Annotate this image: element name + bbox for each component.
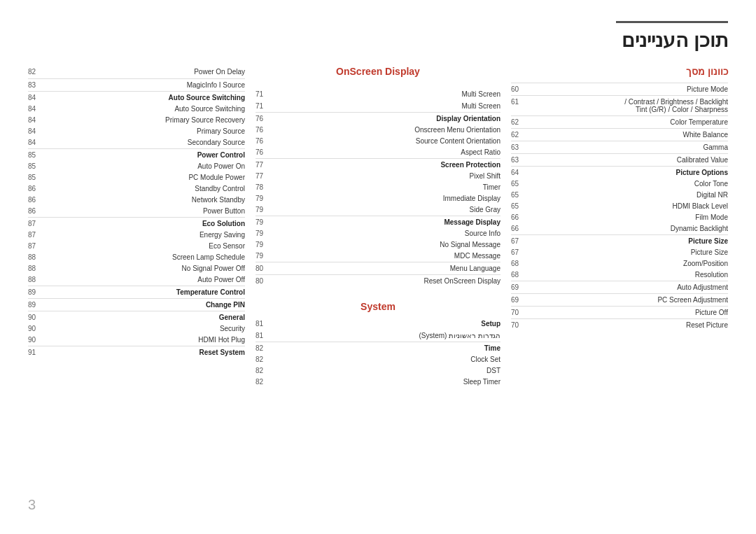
row-number: 64 [511,169,531,176]
row-number: 79 [255,230,275,237]
row-number: 65 [511,180,531,188]
row-number: 88 [28,265,48,272]
row-number: 76 [255,148,275,156]
right-column: כוונון מסך60Picture Mode61/ Contrast / B… [511,66,728,388]
row-label: DST [275,367,500,374]
row-label: Auto Adjustment [531,283,728,291]
list-item: 77Screen Protection [255,158,500,171]
row-number: 60 [511,85,531,93]
list-item: 84Auto Source Switching [28,104,245,115]
row-label: MDC Message [275,252,500,260]
row-label: Side Gray [275,206,500,213]
row-label: Picture Off [531,309,728,316]
row-number: 90 [28,325,48,332]
row-number: 85 [28,151,48,159]
row-label: White Balance [531,131,728,139]
list-item: 82Sleep Timer [255,377,500,388]
list-item: 91Reset System [28,346,245,358]
row-label: Gamma [531,143,728,151]
list-item: 84Secondary Source [28,137,245,148]
row-number: 89 [28,288,48,296]
row-label: Auto Power On [48,162,245,170]
row-label: Reset Picture [531,321,728,329]
list-item: 63Calibrated Value [511,153,728,166]
row-label: MagicInfo I Source [48,81,245,89]
list-item: 79Source Info [255,228,500,239]
row-label: Primary Source Recovery [48,116,245,124]
row-label: Multi Screen [275,90,500,98]
list-item: 68Zoom/Position [511,258,728,269]
right-section-title: כוונון מסך [511,66,728,77]
row-number: 81 [255,320,275,328]
row-number: 71 [255,102,275,110]
row-number: 86 [28,207,48,215]
list-item: 79Message Display [255,216,500,228]
list-item: 79MDC Message [255,251,500,262]
row-label: Power Control [48,151,245,159]
list-item: 68Resolution [511,269,728,281]
row-label: Color Tone [531,180,728,188]
row-label: Auto Source Switching [48,94,245,101]
columns: 82Power On Delay83MagicInfo I Source84Au… [28,66,728,388]
list-item: 69PC Screen Adjustment [511,293,728,306]
row-label: Power Button [48,207,245,215]
left-column: 82Power On Delay83MagicInfo I Source84Au… [28,66,245,388]
row-label: Film Mode [531,213,728,221]
row-number: 90 [28,314,48,321]
row-label: Tint (G/R) / Color / Sharpness [531,106,728,113]
row-label: Reset OnScreen Display [275,277,500,285]
row-label: PC Screen Adjustment [531,296,728,304]
list-item: 65HDMI Black Level [511,201,728,212]
row-number: 68 [511,260,531,267]
row-label: Immediate Display [275,195,500,202]
row-label: Temperature Control [48,288,245,296]
row-label: HDMI Hot Plug [48,336,245,344]
mid-column: OnScreen Display71Multi Screen71Multi Sc… [245,66,511,388]
list-item: 67Picture Size [511,247,728,258]
row-label: Timer [275,183,500,191]
list-item: 64Picture Options [511,166,728,178]
list-item: 70Reset Picture [511,318,728,331]
row-number: 61 [511,98,531,106]
list-item: 69Auto Adjustment [511,281,728,293]
list-item: 70Picture Off [511,306,728,318]
row-number: 76 [255,137,275,145]
row-number: 62 [511,131,531,139]
row-label: Security [48,325,245,332]
row-label: Network Standby [48,196,245,204]
list-item: 81הגדרות ראשוניות (System) [255,330,500,342]
row-label: Setup [275,320,500,328]
row-number: 84 [28,116,48,124]
row-number: 84 [28,127,48,135]
onscreen-section: 71Multi Screen71Multi Screen76Display Or… [255,88,500,287]
list-item: 80Menu Language [255,262,500,274]
list-item: 84Primary Source [28,126,245,137]
list-item: 85PC Module Power [28,172,245,183]
row-number: 83 [28,81,48,89]
row-label: HDMI Black Level [531,202,728,210]
list-item: 88Screen Lamp Schedule [28,252,245,263]
row-label: Screen Lamp Schedule [48,253,245,261]
row-number: 79 [255,241,275,248]
row-number: 91 [28,349,48,356]
list-item: 62White Balance [511,128,728,141]
row-label: Zoom/Position [531,260,728,267]
row-number: 70 [511,309,531,316]
list-item: 89Temperature Control [28,286,245,298]
row-number: 63 [511,143,531,151]
row-number: 84 [28,139,48,146]
page-title: תוכן העניינים [28,29,728,52]
row-number: 80 [255,265,275,272]
row-label: Eco Solution [48,220,245,227]
list-item: 66Dynamic Backlight [511,223,728,234]
header-line [616,21,728,23]
list-item: 82Power On Delay [28,66,245,78]
list-item: 89Change PIN [28,298,245,311]
row-label: Display Orientation [275,115,500,122]
list-item: 86Network Standby [28,195,245,206]
row-label: הגדרות ראשוניות (System) [275,332,500,339]
row-number: 65 [511,202,531,210]
list-item: 85Auto Power On [28,161,245,172]
system-section: 81Setup81הגדרות ראשוניות (System)82Time8… [255,318,500,388]
list-item: 84Auto Source Switching [28,91,245,104]
